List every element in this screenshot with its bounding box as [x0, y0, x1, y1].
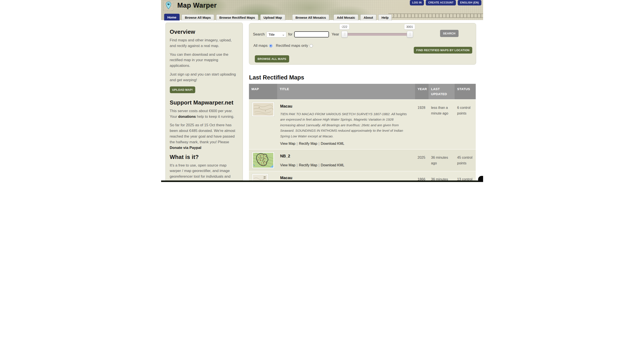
map-title: NB_2	[280, 154, 412, 158]
link-separator: |	[296, 142, 298, 145]
rectify-map-link[interactable]: Rectify Map	[299, 163, 317, 167]
corner-widget[interactable]	[478, 176, 483, 182]
map-pin-icon	[166, 2, 172, 10]
year-slider-min-handle[interactable]: -222	[341, 31, 348, 38]
all-maps-label: All maps	[254, 44, 268, 48]
what-p1-text: It's a free to use, open source map warp…	[170, 163, 231, 182]
all-maps-radio[interactable]	[269, 44, 272, 48]
site-header: Map Warper LOG IN CREATE ACCOUNT ENGLISH…	[161, 0, 483, 20]
rectify-map-link[interactable]: Rectify Map	[299, 142, 317, 145]
view-map-link[interactable]: View Map	[280, 142, 296, 145]
tab-add-mosaic[interactable]: Add Mosaic	[334, 14, 358, 21]
search-field-selected-value: Title	[268, 33, 274, 36]
support-paragraph-1: This server costs about €600 per year. Y…	[170, 108, 238, 119]
donations-link[interactable]: donations	[178, 114, 196, 119]
download-kml-link[interactable]: Download KML	[321, 142, 344, 145]
column-header-last-updated: LAST UPDATED	[428, 84, 455, 99]
table-row: Macau TIEN PAK TO MACAO FROM VARIOUS SKE…	[249, 99, 476, 149]
map-thumbnail[interactable]	[252, 102, 274, 116]
map-status: 45 control points	[455, 149, 476, 171]
sidebar: Overview Find maps and other imagery, up…	[166, 23, 243, 182]
map-status: 6 control points	[455, 100, 476, 149]
view-map-link[interactable]: View Map	[280, 163, 296, 167]
year-slider-track[interactable]	[341, 33, 413, 36]
table-row: NB_2 View Map|Rectify Map|Download KML 2…	[249, 149, 476, 171]
map-thumbnail[interactable]	[252, 152, 274, 168]
year-min-tooltip: -222	[340, 24, 350, 30]
page: Map Warper LOG IN CREATE ACCOUNT ENGLISH…	[161, 0, 483, 182]
rectified-only-radio[interactable]	[310, 44, 313, 48]
language-button[interactable]: ENGLISH (EN)	[458, 0, 481, 6]
tab-browse-rectified-maps[interactable]: Browse Rectified Maps	[216, 14, 258, 21]
overview-paragraph-3: Just sign up and you can start uploading…	[170, 72, 238, 83]
column-header-title: TITLE	[277, 84, 415, 99]
map-title: Macau	[280, 176, 412, 180]
rectified-only-label: Rectified maps only	[276, 44, 308, 48]
find-rectified-by-location-button[interactable]: FIND RECTIFIED MAPS BY LOCATION	[414, 47, 472, 54]
support-paragraph-2: So far for 2025 as of 15 Oct there has b…	[170, 122, 238, 150]
what-is-it-heading: What is it?	[170, 154, 238, 160]
map-filter-radios: All maps Rectified maps only	[254, 44, 316, 48]
site-logo[interactable]	[164, 1, 173, 11]
tab-about[interactable]: About	[360, 14, 376, 21]
year-slider-max-handle[interactable]: 3001	[407, 31, 413, 38]
map-links: View Map|Rectify Map|Download KML	[280, 142, 412, 146]
table-header-row: MAP TITLE YEAR LAST UPDATED STATUS	[249, 84, 476, 99]
column-header-map: MAP	[249, 84, 277, 99]
map-title: Macau	[280, 104, 412, 109]
search-input[interactable]	[294, 31, 329, 38]
map-links: View Map|Rectify Map|Download KML	[280, 163, 412, 167]
year-max-tooltip: 3001	[404, 24, 415, 30]
browse-all-maps-button[interactable]: BROWSE ALL MAPS	[255, 55, 289, 63]
map-year: 1928	[415, 100, 428, 149]
map-year: 2025	[415, 149, 428, 171]
map-last-updated: 36 minutes ago	[428, 149, 455, 171]
link-separator: |	[296, 163, 298, 167]
overview-paragraph-1: Find maps and other imagery, upload, and…	[170, 38, 238, 49]
download-kml-link[interactable]: Download KML	[321, 163, 344, 167]
tab-upload-map[interactable]: Upload Map	[260, 14, 285, 21]
map-border-decoration	[388, 14, 483, 18]
tab-help[interactable]: Help	[378, 14, 392, 21]
what-is-it-paragraph: It's a free to use, open source map warp…	[170, 163, 238, 182]
login-button[interactable]: LOG IN	[410, 0, 424, 6]
map-description: TIEN PAK TO MACAO FROM VARIOUS SKETCH SU…	[280, 111, 408, 139]
footer-strip	[161, 180, 478, 182]
column-header-year: YEAR	[415, 84, 428, 99]
rectified-maps-table: MAP TITLE YEAR LAST UPDATED STATUS Macau	[249, 84, 476, 182]
create-account-button[interactable]: CREATE ACCOUNT	[426, 0, 456, 6]
overview-heading: Overview	[170, 29, 238, 35]
site-title: Map Warper	[178, 2, 217, 9]
last-rectified-maps-heading: Last Rectified Maps	[249, 74, 304, 81]
search-field-select[interactable]: Title ⌄	[266, 32, 286, 38]
for-label: for	[288, 32, 292, 37]
main-nav: Home Browse All Maps Browse Rectified Ma…	[164, 14, 392, 21]
donate-paypal-link[interactable]: Donate via Paypal	[170, 146, 202, 150]
link-separator: |	[318, 142, 320, 145]
tab-home[interactable]: Home	[164, 14, 180, 21]
search-label: Search	[253, 32, 265, 37]
topbar: LOG IN CREATE ACCOUNT ENGLISH (EN)	[410, 0, 481, 6]
chevron-down-icon: ⌄	[282, 33, 285, 36]
year-label: Year	[332, 32, 339, 37]
upload-map-button[interactable]: UPLOAD MAP!	[170, 86, 195, 93]
link-separator: |	[318, 163, 320, 167]
column-header-status: STATUS	[455, 84, 476, 99]
support-p2-text: So far for 2025 as of 15 Oct there has b…	[170, 123, 236, 144]
search-button[interactable]: SEARCH	[440, 30, 458, 37]
search-panel: Search Title ⌄ for Year -222 3001 SEARCH…	[249, 23, 476, 65]
year-range-slider: -222 3001	[341, 31, 413, 38]
tab-browse-all-mosaics[interactable]: Browse All Mosaics	[292, 14, 329, 21]
support-p1-text-end: help to keep it running.	[196, 114, 234, 119]
map-last-updated: less than a minute ago	[428, 100, 455, 149]
support-heading: Support Mapwarper.net	[170, 99, 238, 106]
overview-paragraph-2: You can then download and use the rectif…	[170, 52, 238, 69]
search-row: Search Title ⌄ for Year -222 3001	[253, 31, 413, 38]
tab-browse-all-maps[interactable]: Browse All Maps	[182, 14, 214, 21]
